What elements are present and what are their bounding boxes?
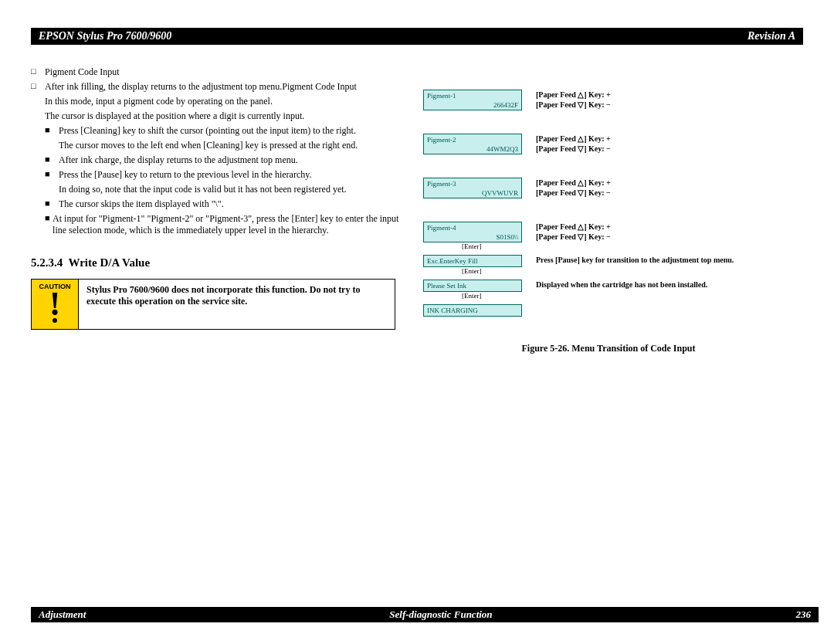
- bullet-text: After ink charge, the display returns to…: [59, 154, 298, 166]
- side-text: [Paper Feed △] Key: + [Paper Feed ▽] Key…: [536, 90, 611, 110]
- footer-bar: Adjustment Self-diagnostic Function 236: [31, 607, 819, 622]
- hollow-bullet-icon: □: [31, 81, 45, 92]
- footer-center: Self-diagnostic Function: [389, 608, 492, 621]
- bullet-text: At input for "Pigment-1" "Pigment-2" or …: [53, 213, 402, 236]
- body-text: The cursor moves to the left end when [C…: [59, 140, 402, 151]
- box-value: QVVWUVR: [482, 189, 518, 197]
- header-bar: EPSON Stylus Pro 7600/9600 Revision A: [31, 28, 803, 45]
- left-column: □ Pigment Code Input □ After ink filling…: [31, 66, 402, 354]
- caution-box: CAUTION ! Stylus Pro 7600/9600 does not …: [31, 279, 395, 330]
- box-label: Pigment-4: [427, 224, 456, 232]
- caution-text: Stylus Pro 7600/9600 does not incorporat…: [79, 280, 395, 329]
- right-column: Pigment-1 266432F [Paper Feed △] Key: + …: [423, 66, 794, 354]
- solid-bullet-icon: ■: [45, 169, 59, 180]
- side-text: Press [Pause] key for transition to the …: [536, 255, 734, 265]
- bullet-text: Pigment Code Input: [45, 66, 120, 78]
- box-label: Pigment-3: [427, 180, 456, 188]
- solid-bullet-icon: ■: [45, 213, 53, 224]
- diagram-box-exc: Exc.EnterKey Fill: [423, 255, 522, 267]
- box-label: Please Set Ink: [427, 282, 466, 290]
- box-label: Pigment-2: [427, 136, 456, 144]
- header-title-right: Revision A: [748, 30, 795, 42]
- enter-label: [Enter]: [462, 292, 794, 300]
- footer-right: 236: [795, 608, 811, 621]
- side-text: Displayed when the cartridge has not bee…: [536, 280, 707, 290]
- heading-text: Write D/A Value: [68, 256, 150, 269]
- side-text: [Paper Feed △] Key: + [Paper Feed ▽] Key…: [536, 178, 611, 198]
- body-text: In this mode, input a pigment code by op…: [45, 96, 402, 107]
- diagram-box-pigment-2: Pigment-2 44WM2Q3: [423, 134, 522, 154]
- bullet-text: Press [Cleaning] key to shift the cursor…: [59, 125, 356, 137]
- body-text: The cursor is displayed at the position …: [45, 110, 402, 122]
- box-value: 266432F: [493, 101, 518, 109]
- figure-caption: Figure 5-26. Menu Transition of Code Inp…: [423, 343, 794, 354]
- heading-number: 5.2.3.4: [31, 256, 63, 269]
- box-label: INK CHARGING: [427, 307, 478, 314]
- diagram-box-please-set-ink: Please Set Ink: [423, 280, 522, 292]
- diagram-box-pigment-1: Pigment-1 266432F: [423, 90, 522, 110]
- bullet-text: Press the [Pause] key to return to the p…: [59, 169, 311, 181]
- box-label: Exc.EnterKey Fill: [427, 257, 477, 265]
- caution-icon: CAUTION !: [32, 280, 79, 329]
- bullet-text: The cursor skips the item displayed with…: [59, 198, 224, 210]
- side-text: [Paper Feed △] Key: + [Paper Feed ▽] Key…: [536, 222, 611, 242]
- box-value: S01S0\\: [496, 233, 518, 241]
- dot-icon: [53, 318, 57, 323]
- box-value: 44WM2Q3: [486, 145, 518, 153]
- section-heading: 5.2.3.4 Write D/A Value: [31, 256, 402, 269]
- solid-bullet-icon: ■: [45, 154, 59, 165]
- header-title-left: EPSON Stylus Pro 7600/9600: [39, 30, 171, 42]
- solid-bullet-icon: ■: [45, 125, 59, 136]
- hollow-bullet-icon: □: [31, 66, 45, 77]
- footer-left: Adjustment: [39, 608, 86, 621]
- side-text: [Paper Feed △] Key: + [Paper Feed ▽] Key…: [536, 134, 611, 154]
- enter-label: [Enter]: [462, 242, 794, 250]
- diagram-box-ink-charging: INK CHARGING: [423, 304, 522, 317]
- enter-label: [Enter]: [462, 267, 794, 275]
- bullet-text: After ink filling, the display returns t…: [45, 81, 357, 93]
- solid-bullet-icon: ■: [45, 198, 59, 209]
- diagram-box-pigment-4: Pigment-4 S01S0\\: [423, 222, 522, 242]
- exclamation-icon: !: [49, 287, 61, 321]
- box-label: Pigment-1: [427, 92, 456, 100]
- diagram-box-pigment-3: Pigment-3 QVVWUVR: [423, 178, 522, 198]
- body-text: In doing so, note that the input code is…: [59, 184, 402, 195]
